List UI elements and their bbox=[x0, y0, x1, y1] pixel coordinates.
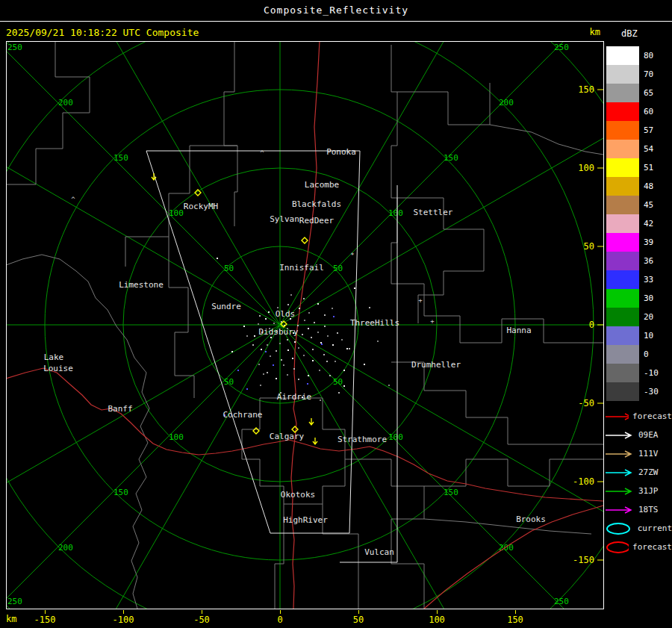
range-ring-label: 150 bbox=[113, 153, 128, 163]
echo-pixel bbox=[323, 354, 325, 355]
colorbar-swatch bbox=[606, 345, 639, 364]
city-label: RockyMH bbox=[184, 202, 218, 211]
radar-coverage-outline bbox=[340, 185, 397, 562]
colorbar-swatch bbox=[606, 214, 639, 233]
legend-item: 31JP bbox=[605, 482, 672, 500]
legend-item-label: 111V bbox=[638, 449, 659, 458]
colorbar-swatch bbox=[606, 46, 639, 65]
city-label: Banff bbox=[108, 404, 132, 414]
colorbar-swatch bbox=[606, 102, 639, 121]
echo-pixel bbox=[377, 341, 379, 342]
echo-pixel bbox=[329, 375, 331, 376]
boundary-line bbox=[224, 41, 237, 226]
boundary-line bbox=[6, 41, 90, 184]
echo-pixel bbox=[287, 339, 288, 341]
echo-pixel bbox=[314, 322, 315, 323]
echo-pixel bbox=[217, 258, 218, 259]
point-marker: * bbox=[350, 252, 354, 259]
storm-motion-arrow bbox=[313, 438, 317, 444]
colorbar-swatch bbox=[606, 270, 639, 289]
bottom-axis-tick-label: 0 bbox=[277, 615, 282, 625]
city-label: Lake bbox=[44, 352, 64, 362]
legend-item: 18TS bbox=[605, 500, 672, 519]
right-axis-tick-label: 150 bbox=[578, 84, 594, 95]
echo-pixel bbox=[335, 361, 336, 362]
bottom-axis-tick bbox=[202, 610, 202, 614]
colorbar-value-label: 48 bbox=[644, 181, 653, 191]
range-ring-label: 250 bbox=[7, 597, 22, 606]
boundary-line bbox=[391, 284, 603, 343]
right-axis-tick-label: -50 bbox=[578, 398, 594, 408]
range-ring-label: 250 bbox=[554, 43, 569, 52]
right-axis-tick-label: -100 bbox=[573, 476, 594, 487]
range-ring-label: 100 bbox=[388, 432, 403, 442]
echo-pixel bbox=[273, 323, 275, 324]
colorbar-swatch bbox=[606, 326, 639, 345]
range-ring-label: 200 bbox=[58, 98, 73, 108]
range-ring-label: 50 bbox=[333, 264, 343, 273]
colorbar-value-label: -30 bbox=[644, 387, 659, 397]
colorbar-swatch bbox=[606, 177, 639, 196]
cell-ellipse-icon bbox=[605, 522, 634, 535]
colorbar-cell: 10 bbox=[606, 326, 671, 345]
arrow-glyph bbox=[606, 470, 631, 476]
echo-pixel bbox=[293, 368, 295, 370]
arrow-glyph bbox=[606, 451, 631, 457]
echo-pixel bbox=[324, 314, 326, 316]
city-label: Stettler bbox=[414, 208, 453, 217]
bottom-axis-tick-label: -100 bbox=[113, 615, 134, 625]
echo-pixel bbox=[303, 298, 305, 299]
colorbar-swatch bbox=[606, 121, 639, 140]
colorbar-cell: 0 bbox=[606, 345, 671, 364]
city-label: Strathmore bbox=[337, 435, 387, 444]
echo-pixel bbox=[263, 373, 264, 375]
boundary-line bbox=[169, 237, 194, 398]
echo-pixel bbox=[302, 334, 303, 335]
point-marker: + bbox=[430, 317, 435, 325]
colorbar-cell: 36 bbox=[606, 252, 671, 270]
echo-pixel bbox=[343, 385, 345, 387]
city-label: Innisfail bbox=[279, 263, 324, 273]
arrow-glyph bbox=[606, 414, 629, 420]
reflectivity-colorbar: 807065605754514845423936333020100-10-30 bbox=[606, 46, 671, 401]
echo-pixel bbox=[327, 335, 329, 337]
arrow-glyph bbox=[606, 432, 631, 438]
colorbar-cell: 51 bbox=[606, 158, 671, 177]
echo-pixel bbox=[317, 303, 319, 305]
echo-pixel bbox=[308, 375, 309, 376]
legend-item: forecast bbox=[605, 538, 672, 556]
boundary-line bbox=[391, 45, 397, 284]
colorbar-cell: 65 bbox=[606, 84, 671, 102]
radar-viewer-window: Composite_Reflectivity 2025/09/21 10:18:… bbox=[0, 0, 672, 628]
colorbar-cell: 80 bbox=[606, 46, 671, 65]
echo-pixel bbox=[320, 342, 322, 343]
colorbar-cell: 39 bbox=[606, 233, 671, 252]
radial-line bbox=[49, 41, 280, 325]
echo-pixel bbox=[246, 335, 248, 337]
echo-pixel-blue bbox=[321, 343, 323, 345]
echo-pixel-blue bbox=[265, 351, 267, 352]
echo-pixel bbox=[231, 351, 233, 352]
city-label: Hanna bbox=[506, 326, 531, 335]
radar-map-canvas[interactable]: 2502001501005050100150200250501001502002… bbox=[6, 41, 604, 609]
echo-pixel bbox=[279, 343, 281, 344]
colorbar-cell: 30 bbox=[606, 289, 671, 308]
echo-pixel bbox=[298, 379, 299, 380]
boundary-line bbox=[424, 519, 591, 534]
radar-map[interactable]: 2502001501005050100150200250501001502002… bbox=[6, 41, 604, 609]
city-label: Louise bbox=[43, 364, 73, 373]
legend-item-label: forecast bbox=[632, 411, 672, 421]
timestamp-label: 2025/09/21 10:18:22 UTC Composite bbox=[6, 27, 199, 38]
colorbar-value-label: 20 bbox=[644, 312, 653, 322]
echo-pixel bbox=[346, 348, 348, 349]
echo-pixel bbox=[388, 385, 390, 386]
title-divider bbox=[0, 21, 672, 22]
echo-pixel bbox=[261, 349, 262, 350]
echo-pixel bbox=[287, 304, 289, 305]
legend-item: current bbox=[605, 519, 672, 538]
echo-pixel bbox=[354, 287, 355, 289]
echo-pixel bbox=[287, 374, 288, 376]
echo-pixel bbox=[276, 350, 277, 352]
colorbar-cell: 54 bbox=[606, 140, 671, 158]
city-label: Blackfalds bbox=[292, 199, 341, 209]
